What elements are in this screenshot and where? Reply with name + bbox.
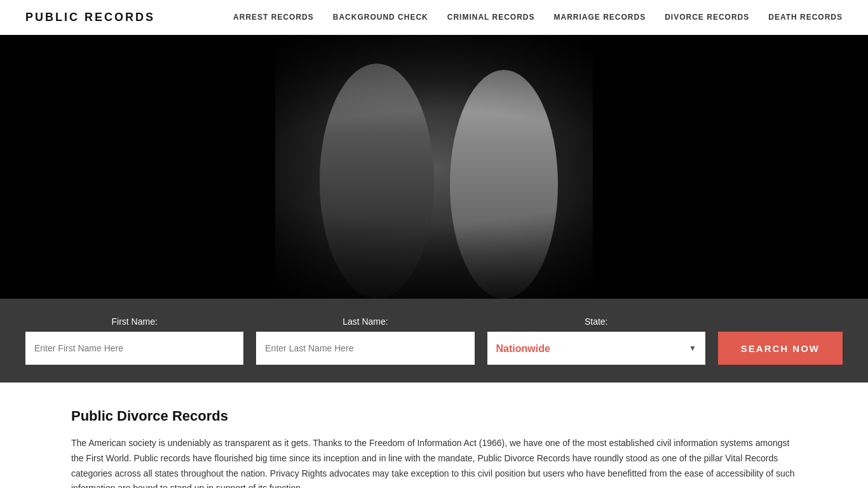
- nav-item-divorce-records[interactable]: DIVORCE RECORDS: [665, 13, 749, 22]
- state-select[interactable]: NationwideAlabamaAlaskaArizonaArkansasCa…: [487, 332, 705, 365]
- search-bar: First Name: Last Name: State: Nationwide…: [0, 299, 868, 383]
- last-name-label: Last Name:: [256, 316, 474, 327]
- nav-item-death-records[interactable]: DEATH RECORDS: [768, 13, 843, 22]
- search-now-button[interactable]: SEARCH NOW: [718, 332, 843, 365]
- nav-item-arrest-records[interactable]: ARREST RECORDS: [233, 13, 314, 22]
- main-nav: ARREST RECORDSBACKGROUND CHECKCRIMINAL R…: [233, 13, 843, 22]
- last-name-input[interactable]: [256, 332, 474, 365]
- nav-item-marriage-records[interactable]: MARRIAGE RECORDS: [554, 13, 646, 22]
- person-right-silhouette: [447, 70, 561, 299]
- site-logo[interactable]: PUBLIC RECORDS: [25, 11, 155, 24]
- hero-image: [275, 35, 593, 299]
- state-field-group: State: NationwideAlabamaAlaskaArizonaArk…: [487, 316, 705, 365]
- first-name-field-group: First Name:: [25, 316, 243, 365]
- content-section: Public Divorce Records The American soci…: [0, 383, 868, 488]
- nav-item-criminal-records[interactable]: CRIMINAL RECORDS: [447, 13, 535, 22]
- person-left-silhouette: [313, 64, 440, 299]
- state-label: State:: [487, 316, 705, 327]
- hero-section: [0, 35, 868, 299]
- content-body: The American society is undeniably as tr…: [71, 436, 797, 488]
- header: PUBLIC RECORDS ARREST RECORDSBACKGROUND …: [0, 0, 868, 35]
- first-name-input[interactable]: [25, 332, 243, 365]
- first-name-label: First Name:: [25, 316, 243, 327]
- nav-item-background-check[interactable]: BACKGROUND CHECK: [333, 13, 428, 22]
- state-select-wrapper: NationwideAlabamaAlaskaArizonaArkansasCa…: [487, 332, 705, 365]
- content-title: Public Divorce Records: [71, 408, 797, 424]
- last-name-field-group: Last Name:: [256, 316, 474, 365]
